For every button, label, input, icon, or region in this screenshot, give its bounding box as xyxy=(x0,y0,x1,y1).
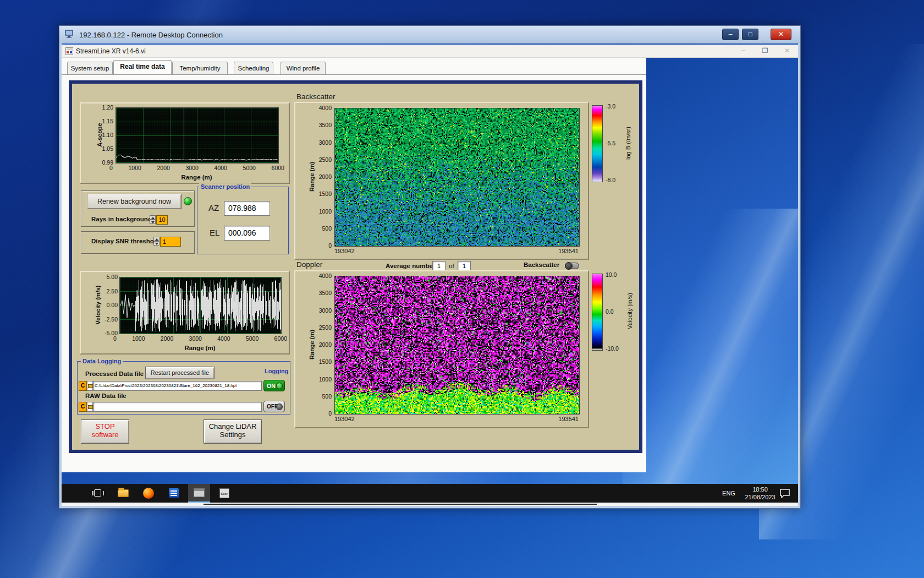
doppler-colorbar-label: Velocity (m/s) xyxy=(626,293,633,329)
ascope-chart-canvas xyxy=(116,107,279,163)
doppler-title: Doppler xyxy=(296,260,322,269)
stop-software-button[interactable]: STOP software xyxy=(81,419,129,444)
clock-time: 18:50 xyxy=(740,486,780,493)
raw-browse-button[interactable] xyxy=(87,402,93,412)
tick-label: 2000 xyxy=(319,174,332,179)
tab-system-setup[interactable]: System setup xyxy=(67,62,113,74)
active-labview-app-icon[interactable] xyxy=(188,484,210,503)
app-minimize-button[interactable]: – xyxy=(735,46,751,56)
tick-label: 10.0 xyxy=(606,272,617,277)
app-close-button[interactable]: ✕ xyxy=(779,46,795,56)
rdp-minimize-button[interactable]: – xyxy=(722,29,739,40)
processed-drive-box[interactable]: C xyxy=(79,381,87,391)
raw-logging-off-toggle[interactable]: OFF xyxy=(263,401,285,412)
backscatter-colorbar-ticks: -3.0-5.5-8.0 xyxy=(606,103,624,183)
backscatter-toggle-switch[interactable] xyxy=(565,263,579,269)
taskbar: Scan ENG 18:50 21/08/2023 xyxy=(62,484,798,503)
task-view-icon[interactable] xyxy=(87,484,109,503)
scrollbar-thumb[interactable] xyxy=(204,504,597,505)
tick-label: 1500 xyxy=(319,191,332,197)
change-lidar-settings-button[interactable]: Change LiDAR Settings xyxy=(204,419,262,444)
firefox-icon[interactable] xyxy=(138,484,160,503)
off-toggle-knob xyxy=(276,403,283,410)
doppler-heatmap-canvas xyxy=(334,276,580,415)
snr-threshold-label: Display SNR threshold xyxy=(91,238,160,244)
rays-value-field[interactable]: 10 xyxy=(156,215,168,225)
tab-real-time-data[interactable]: Real time data xyxy=(113,60,172,74)
remote-desktop: StreamLine XR v14-6.vi – ❐ ✕ System setu… xyxy=(62,43,798,506)
average-of-field[interactable]: 1 xyxy=(458,261,471,271)
average-number-field[interactable]: 1 xyxy=(432,261,446,271)
tick-label: 4000 xyxy=(319,105,332,111)
rdp-window-title: 192.168.0.122 - Remote Desktop Connectio… xyxy=(79,31,223,39)
on-toggle-label: ON xyxy=(267,383,276,389)
tick-label: 0 xyxy=(328,243,332,248)
tick-label: 3000 xyxy=(319,140,332,145)
app-restore-button[interactable]: ❐ xyxy=(757,46,773,56)
rdp-maximize-button[interactable]: □ xyxy=(742,29,758,40)
ascope-x-ticks: 0100020003000400050006000 xyxy=(109,165,284,171)
app-titlebar[interactable]: StreamLine XR v14-6.vi – ❐ ✕ xyxy=(62,45,798,58)
az-value-display[interactable]: 078.988 xyxy=(224,201,270,216)
processed-browse-button[interactable] xyxy=(87,381,93,391)
file-explorer-icon[interactable] xyxy=(112,484,134,503)
notification-center-icon[interactable] xyxy=(777,484,793,503)
tick-label: 500 xyxy=(322,226,332,231)
tick-label: -8.0 xyxy=(606,177,615,183)
doppler-x-start: 193042 xyxy=(334,416,355,422)
tab-wind-profile[interactable]: Wind profile xyxy=(280,62,326,74)
scan-app-label: Scan xyxy=(219,488,229,498)
main-panel: A-scope 1.201.151.101.050.99 01000200030… xyxy=(69,80,642,453)
rays-in-background-label: Rays in background xyxy=(91,216,152,222)
doppler-colorbar-ticks: 10.00.0-10.0 xyxy=(606,272,626,351)
el-label: EL xyxy=(210,228,219,237)
snr-spinner[interactable] xyxy=(153,237,160,246)
rdp-close-button[interactable]: ✕ xyxy=(771,29,791,40)
renew-background-button[interactable]: Renew background now xyxy=(87,194,182,209)
logging-label: Logging xyxy=(263,368,290,374)
rdp-titlebar[interactable]: 192.168.0.122 - Remote Desktop Connectio… xyxy=(59,26,800,43)
tick-label: 3500 xyxy=(319,290,332,296)
backscatter-colorbar xyxy=(592,105,603,182)
doppler-y-ticks: 40003500300025002000150010005000 xyxy=(311,273,332,416)
backscatter-colorbar-label: log B (/m/sr) xyxy=(625,127,631,160)
clock[interactable]: 18:50 21/08/2023 xyxy=(740,486,780,501)
backscatter-x-end: 193541 xyxy=(558,248,579,254)
change-button-line1: Change LiDAR xyxy=(204,422,261,430)
tick-label: 0 xyxy=(328,411,332,416)
raw-path-field[interactable] xyxy=(93,402,262,412)
average-number-label: Average number xyxy=(386,263,435,269)
tick-label: 3000 xyxy=(186,165,199,171)
processed-logging-on-toggle[interactable]: ON xyxy=(263,380,285,391)
raw-drive-box[interactable]: C xyxy=(79,402,87,412)
rays-spinner[interactable] xyxy=(150,215,156,225)
el-value-display[interactable]: 000.096 xyxy=(224,226,270,241)
processed-path-field[interactable]: C:\Lidar\Data\Proc\2023\202308\20230821\… xyxy=(93,381,262,391)
rdp-window: 192.168.0.122 - Remote Desktop Connectio… xyxy=(59,25,801,509)
tick-label: -3.0 xyxy=(606,103,615,109)
scanner-position-box xyxy=(197,187,289,254)
tab-scheduling[interactable]: Scheduling xyxy=(234,62,273,74)
tick-label: -5.5 xyxy=(606,140,615,146)
restart-processed-file-button[interactable]: Restart processed file xyxy=(145,367,215,379)
data-logging-title: Data Logging xyxy=(81,358,123,364)
blue-app-icon[interactable] xyxy=(163,484,185,503)
processed-data-file-label: Processed Data file xyxy=(85,370,144,377)
app-window-title: StreamLine XR v14-6.vi xyxy=(76,47,146,55)
tick-label: 2000 xyxy=(319,342,332,347)
tick-label: 2500 xyxy=(319,325,332,330)
language-indicator[interactable]: ENG xyxy=(719,484,738,503)
tick-label: 2000 xyxy=(157,165,170,171)
velocity-chart-canvas xyxy=(119,277,282,334)
tick-label: 1.10 xyxy=(102,132,113,138)
tab-temp-humidity[interactable]: Temp/humidity xyxy=(172,62,228,74)
snr-value-field[interactable]: 1 xyxy=(160,237,181,247)
tick-label: 2000 xyxy=(161,335,173,342)
tick-label: -2.50 xyxy=(105,317,118,322)
tick-label: 4000 xyxy=(319,273,332,279)
renew-led-indicator xyxy=(184,197,192,205)
scan-app-icon[interactable]: Scan xyxy=(213,484,235,503)
az-label: AZ xyxy=(208,203,219,212)
ascope-y-ticks: 1.201.151.101.050.99 xyxy=(95,105,113,165)
tick-label: 3500 xyxy=(319,122,332,128)
